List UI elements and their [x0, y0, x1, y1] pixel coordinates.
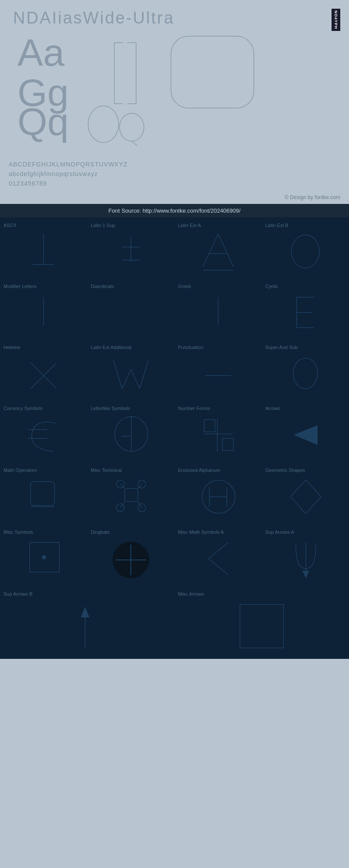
svg-point-33	[293, 358, 318, 389]
alphabet-section: ABCDEFGHIJKLMNOPQRSTUVWXYZ abcdefghijklm…	[0, 153, 349, 191]
badge: NO4YPH	[332, 9, 340, 31]
cell-modifierletters: Modifier Letters	[0, 278, 87, 339]
cell-arrows: Arrows	[262, 400, 349, 462]
header-section: NDAIiasWide-Ultra NO4YPH Aa Gg	[0, 0, 349, 153]
glyph-Qq: Qq	[17, 101, 68, 143]
svg-rect-42	[204, 420, 215, 432]
glyph-grid: ASCII Latin 1 Sup Latin Ext A	[0, 217, 349, 586]
svg-line-54	[138, 502, 142, 508]
svg-rect-68	[240, 604, 284, 648]
svg-rect-46	[125, 488, 138, 502]
font-title: NDAIiasWide-Ultra	[13, 9, 336, 27]
cell-greek: Greek	[174, 278, 262, 339]
numbers: 0123456789	[9, 179, 340, 188]
alphabet-lower: abcdefghijklmnopqrstuvwxyz	[9, 169, 340, 179]
cell-diacriticals: Diacriticals	[87, 278, 174, 339]
cell-latinextA: Latin Ext A	[174, 217, 262, 278]
cell-currencysymbols: Currency Symbols	[0, 400, 87, 462]
cell-enclosedAlphanum: Enclosed Alphanum	[174, 462, 262, 524]
bracket-display	[90, 36, 160, 112]
cell-superandsub: Super And Sub	[262, 339, 349, 400]
cell-dingbats: Dingbats	[87, 524, 174, 586]
svg-point-8	[120, 113, 144, 141]
credit-line: © Design by fontke.com	[0, 191, 349, 204]
svg-marker-59	[291, 480, 321, 514]
cell-misctechnical: Misc Technical	[87, 462, 174, 524]
glyph-showcase-right	[169, 34, 256, 110]
svg-point-7	[88, 106, 119, 142]
svg-point-61	[42, 555, 46, 559]
cell-suparrowsB: Sup Arrows B	[0, 586, 174, 659]
glyph-Oo	[86, 103, 147, 149]
cell-mathoperators: Math Operators	[0, 462, 87, 524]
cell-cyrilic: Cyrilic	[262, 278, 349, 339]
cell-geometricshapes: Geometric Shapes	[262, 462, 349, 524]
cell-numberforms: Number Forms	[174, 400, 262, 462]
cell-latinextB: Latin Ext B	[262, 217, 349, 278]
cell-hebrew: Hebrew	[0, 339, 87, 400]
cell-ascii: ASCII	[0, 217, 87, 278]
svg-rect-6	[171, 36, 254, 108]
cell-miscarrows: Misc Arrows	[174, 586, 349, 659]
svg-point-19	[291, 235, 319, 268]
svg-marker-65	[302, 571, 309, 578]
glyph-Aa: Aa	[17, 32, 68, 74]
svg-line-15	[203, 234, 218, 267]
cell-miscmathsymbolsA: Misc Math Symbols A	[174, 524, 262, 586]
svg-line-28	[113, 360, 122, 389]
svg-rect-44	[31, 481, 55, 505]
svg-marker-67	[81, 607, 89, 617]
cell-latin1sup: Latin 1 Sup	[87, 217, 174, 278]
font-source-bar: Font Source: http://www.fontke.com/font/…	[0, 204, 349, 217]
svg-line-31	[140, 360, 148, 389]
svg-line-9	[132, 141, 137, 146]
svg-line-30	[131, 369, 140, 389]
cell-suparrowsA: Sup Arrows A	[262, 524, 349, 586]
alphabet-upper: ABCDEFGHIJKLMNOPQRSTUVWXYZ	[9, 159, 340, 169]
cell-punctuation: Punctuation	[174, 339, 262, 400]
cell-miscsymbols: Misc Symbols	[0, 524, 87, 586]
svg-marker-43	[294, 425, 318, 445]
cell-latinextadditional: Latin Ext Additional	[87, 339, 174, 400]
svg-rect-41	[222, 438, 233, 451]
cell-letterlikesymbols: Letterlike Symbols	[87, 400, 174, 462]
bottom-section: Sup Arrows B Misc Arrows	[0, 586, 349, 659]
svg-line-29	[122, 369, 131, 389]
svg-line-16	[218, 234, 233, 267]
